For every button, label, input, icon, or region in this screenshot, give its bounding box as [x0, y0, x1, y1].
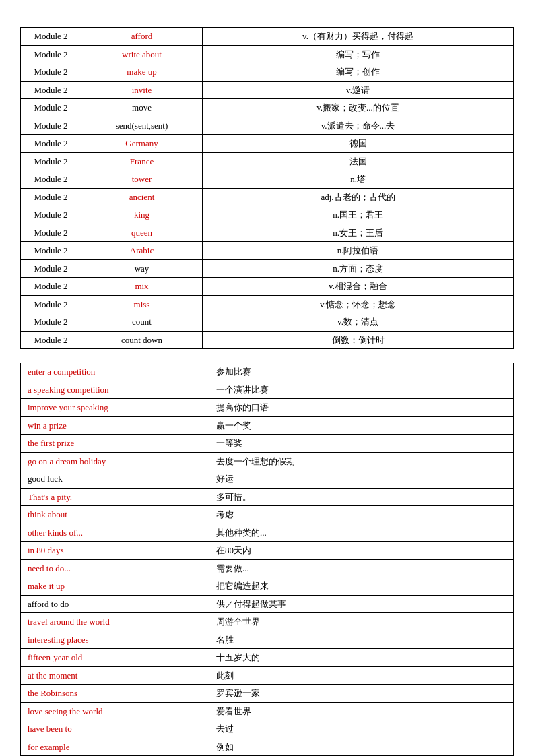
phrase-cell: afford to do: [21, 595, 209, 613]
module-cell: Module 2: [21, 259, 81, 278]
table-row: have been to去过: [21, 720, 514, 738]
translation-cell: 供／付得起做某事: [209, 595, 514, 613]
table-row: the Robinsons罗宾逊一家: [21, 685, 514, 703]
module-cell: Module 2: [21, 63, 81, 82]
module-cell: Module 2: [21, 45, 81, 63]
phrase-cell: other kinds of...: [21, 524, 209, 542]
word-cell: afford: [81, 28, 203, 46]
word-cell: France: [81, 152, 203, 170]
word-cell: move: [81, 99, 203, 117]
translation-cell: 爱看世界: [209, 702, 514, 720]
module-cell: Module 2: [21, 295, 81, 313]
module-cell: Module 2: [21, 28, 81, 46]
module-cell: Module 2: [21, 170, 81, 189]
meaning-cell: 法国: [203, 152, 514, 170]
meaning-cell: v.相混合；融合: [203, 278, 514, 296]
meaning-cell: v.搬家；改变...的位置: [203, 99, 514, 117]
module-cell: Module 2: [21, 99, 81, 117]
module-cell: Module 2: [21, 224, 81, 242]
phrase-cell: think about: [21, 506, 209, 524]
phrases-table: enter a competition参加比赛a speaking compet…: [20, 363, 514, 756]
meaning-cell: v.（有财力）买得起，付得起: [203, 28, 514, 46]
meaning-cell: v.邀请: [203, 81, 514, 99]
table-row: Module 2make up编写；创作: [21, 63, 514, 82]
translation-cell: 考虑: [209, 506, 514, 524]
phrase-cell: love seeing the world: [21, 702, 209, 720]
module-cell: Module 2: [21, 313, 81, 332]
word-cell: queen: [81, 224, 203, 242]
table-row: afford to do供／付得起做某事: [21, 595, 514, 613]
word-cell: send(sent,sent): [81, 117, 203, 135]
table-row: Module 2movev.搬家；改变...的位置: [21, 99, 514, 117]
phrase-cell: enter a competition: [21, 363, 209, 381]
table-row: win a prize赢一个奖: [21, 416, 514, 435]
word-cell: tower: [81, 170, 203, 189]
module-cell: Module 2: [21, 242, 81, 260]
meaning-cell: 德国: [203, 135, 514, 153]
translation-cell: 罗宾逊一家: [209, 685, 514, 703]
table-row: other kinds of...其他种类的...: [21, 524, 514, 542]
translation-cell: 十五岁大的: [209, 649, 514, 667]
translation-cell: 去过: [209, 720, 514, 738]
phrase-cell: make it up: [21, 577, 209, 596]
phrase-cell: a speaking competition: [21, 381, 209, 399]
table-row: in 80 days在80天内: [21, 542, 514, 560]
table-row: Module 2missv.惦念；怀念；想念: [21, 295, 514, 313]
phrase-cell: fifteen-year-old: [21, 649, 209, 667]
meaning-cell: v.惦念；怀念；想念: [203, 295, 514, 313]
translation-cell: 提高你的口语: [209, 399, 514, 417]
module-cell: Module 2: [21, 188, 81, 206]
phrase-cell: That's a pity.: [21, 488, 209, 506]
table-row: think about考虑: [21, 506, 514, 524]
phrase-cell: in 80 days: [21, 542, 209, 560]
word-cell: miss: [81, 295, 203, 313]
table-row: Module 2Germany德国: [21, 135, 514, 153]
module-cell: Module 2: [21, 278, 81, 296]
translation-cell: 一个演讲比赛: [209, 381, 514, 399]
meaning-cell: adj.古老的；古代的: [203, 188, 514, 206]
table-row: Module 2send(sent,sent)v.派遣去；命令...去: [21, 117, 514, 135]
meaning-cell: n.塔: [203, 170, 514, 189]
table-row: Module 2mixv.相混合；融合: [21, 278, 514, 296]
module-table: Module 2affordv.（有财力）买得起，付得起Module 2writ…: [20, 27, 514, 349]
meaning-cell: 编写；创作: [203, 63, 514, 82]
phrase-cell: for example: [21, 738, 209, 756]
table-row: Module 2towern.塔: [21, 170, 514, 189]
phrase-cell: travel around the world: [21, 613, 209, 631]
meaning-cell: n.国王；君王: [203, 206, 514, 224]
meaning-cell: n.阿拉伯语: [203, 242, 514, 260]
phrase-cell: good luck: [21, 470, 209, 489]
translation-cell: 名胜: [209, 631, 514, 649]
table-row: Module 2countv.数；清点: [21, 313, 514, 332]
translation-cell: 参加比赛: [209, 363, 514, 381]
table-row: need to do...需要做...: [21, 559, 514, 577]
table-row: Module 2France法国: [21, 152, 514, 170]
table-row: go on a dream holiday去度一个理想的假期: [21, 452, 514, 470]
table-row: That's a pity.多可惜。: [21, 488, 514, 506]
module-cell: Module 2: [21, 206, 81, 224]
phrase-cell: at the moment: [21, 666, 209, 685]
word-cell: make up: [81, 63, 203, 82]
module-cell: Module 2: [21, 331, 81, 349]
translation-cell: 例如: [209, 738, 514, 756]
table-row: improve your speaking提高你的口语: [21, 399, 514, 417]
table-row: Module 2write about编写；写作: [21, 45, 514, 63]
word-cell: ancient: [81, 188, 203, 206]
translation-cell: 一等奖: [209, 435, 514, 453]
word-cell: write about: [81, 45, 203, 63]
meaning-cell: 编写；写作: [203, 45, 514, 63]
table-row: fifteen-year-old十五岁大的: [21, 649, 514, 667]
phrase-cell: interesting places: [21, 631, 209, 649]
translation-cell: 好运: [209, 470, 514, 489]
translation-cell: 其他种类的...: [209, 524, 514, 542]
table-row: Module 2invitev.邀请: [21, 81, 514, 99]
phrase-cell: have been to: [21, 720, 209, 738]
table-row: Module 2affordv.（有财力）买得起，付得起: [21, 28, 514, 46]
meaning-cell: 倒数；倒计时: [203, 331, 514, 349]
phrase-cell: improve your speaking: [21, 399, 209, 417]
phrase-cell: need to do...: [21, 559, 209, 577]
table-row: Module 2queenn.女王；王后: [21, 224, 514, 242]
phrase-cell: the first prize: [21, 435, 209, 453]
word-cell: count: [81, 313, 203, 332]
table-row: make it up把它编造起来: [21, 577, 514, 596]
